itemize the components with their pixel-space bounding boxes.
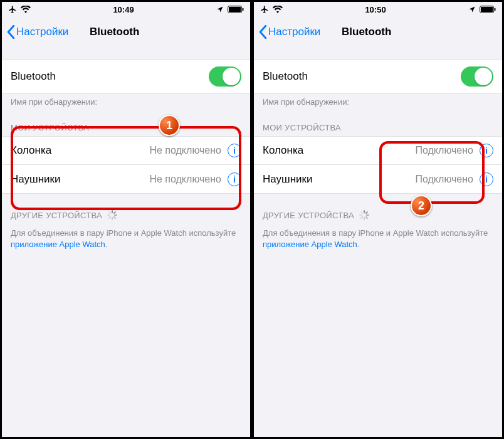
bluetooth-label: Bluetooth [11,70,56,83]
device-row[interactable]: Колонка Подключено i [254,136,502,165]
wifi-icon [273,6,283,13]
back-button[interactable]: Настройки [7,25,68,39]
status-time: 10:49 [113,5,134,14]
my-devices-header: МОИ УСТРОЙСТВА [254,123,502,136]
wifi-icon [21,6,31,13]
svg-rect-4 [481,7,493,12]
back-label: Настройки [268,26,320,38]
bluetooth-toggle-group: Bluetooth Имя при обнаружении: [254,60,502,107]
phone-screenshot-1: 10:49 Настройки Bluetooth Bluetooth Имя … [1,1,251,438]
location-icon [468,6,476,13]
spinner-icon [359,210,369,220]
discoverable-label: Имя при обнаружении: [2,93,250,107]
device-row[interactable]: Наушники Подключено i [254,165,502,194]
status-bar: 10:49 [2,2,250,17]
device-status: Не подключено [149,174,221,185]
info-icon[interactable]: i [228,144,241,157]
svg-rect-1 [229,7,241,12]
device-name: Колонка [263,144,303,157]
other-devices-header: ДРУГИЕ УСТРОЙСТВА [2,210,250,224]
bluetooth-label: Bluetooth [263,70,308,83]
device-name: Наушники [263,173,313,186]
back-label: Настройки [16,26,68,38]
bluetooth-toggle-row[interactable]: Bluetooth [254,60,502,93]
location-icon [216,6,224,13]
nav-bar: Настройки Bluetooth [2,17,250,47]
my-devices-header: МОИ УСТРОЙСТВА [2,123,250,136]
other-devices-group: ДРУГИЕ УСТРОЙСТВА Для объединения в пару… [2,210,250,250]
airplane-mode-icon [260,5,269,14]
info-icon[interactable]: i [480,172,493,186]
device-status: Подключено [415,145,473,156]
info-icon[interactable]: i [228,172,241,186]
device-status: Подключено [415,174,473,185]
my-devices-group: МОИ УСТРОЙСТВА Колонка Не подключено i Н… [2,123,250,194]
spinner-icon [107,210,117,220]
chevron-left-icon [7,25,15,39]
apple-watch-footer: Для объединения в пару iPhone и Apple Wa… [254,224,502,250]
device-name: Колонка [11,144,51,157]
other-devices-group: ДРУГИЕ УСТРОЙСТВА Для объединения в пару… [254,210,502,250]
status-time: 10:50 [365,5,386,14]
discoverable-label: Имя при обнаружении: [254,93,502,107]
airplane-mode-icon [8,5,17,14]
bluetooth-toggle-row[interactable]: Bluetooth [2,60,250,93]
chevron-left-icon [259,25,267,39]
status-bar: 10:50 [254,2,502,17]
svg-rect-2 [243,8,244,11]
device-row[interactable]: Колонка Не подключено i [2,136,250,165]
phone-screenshot-2: 10:50 Настройки Bluetooth Bluetooth Имя … [253,1,503,438]
apple-watch-link[interactable]: приложение Apple Watch [263,240,357,249]
bluetooth-toggle-group: Bluetooth Имя при обнаружении: [2,60,250,107]
battery-icon [228,6,244,13]
device-name: Наушники [11,173,61,186]
svg-rect-5 [495,8,496,11]
other-devices-header: ДРУГИЕ УСТРОЙСТВА [254,210,502,224]
bluetooth-switch[interactable] [209,66,241,87]
apple-watch-link[interactable]: приложение Apple Watch [11,240,105,249]
info-icon[interactable]: i [480,144,493,157]
my-devices-group: МОИ УСТРОЙСТВА Колонка Подключено i Науш… [254,123,502,194]
bluetooth-switch[interactable] [461,66,493,87]
back-button[interactable]: Настройки [259,25,320,39]
device-row[interactable]: Наушники Не подключено i [2,165,250,194]
battery-icon [480,6,496,13]
nav-bar: Настройки Bluetooth [254,17,502,47]
apple-watch-footer: Для объединения в пару iPhone и Apple Wa… [2,224,250,250]
device-status: Не подключено [149,145,221,156]
